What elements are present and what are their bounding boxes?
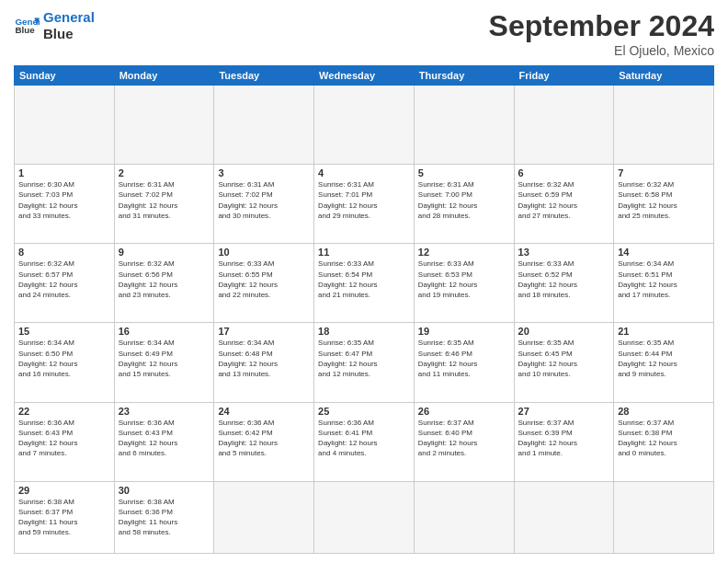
table-cell: 29Sunrise: 6:38 AMSunset: 6:37 PMDayligh… [15, 481, 115, 553]
day-detail: Sunrise: 6:35 AMSunset: 6:45 PMDaylight:… [518, 338, 610, 379]
month-title: September 2024 [489, 9, 714, 43]
day-number: 5 [418, 167, 510, 178]
col-sunday: Sunday [15, 66, 115, 86]
sunrise-line: Sunrise: 6:37 AM [618, 418, 710, 428]
sunset-line: Sunset: 6:36 PM [119, 507, 210, 517]
logo: General Blue General Blue [14, 9, 95, 42]
table-cell: 17Sunrise: 6:34 AMSunset: 6:48 PMDayligh… [214, 323, 314, 402]
table-cell [214, 86, 314, 165]
day-number: 7 [618, 167, 710, 178]
day-detail: Sunrise: 6:34 AMSunset: 6:50 PMDaylight:… [18, 338, 110, 379]
sunrise-line: Sunrise: 6:38 AM [119, 497, 210, 507]
sunset-line: Sunset: 6:48 PM [218, 349, 310, 359]
sunrise-line: Sunrise: 6:35 AM [618, 338, 710, 348]
daylight-line2: and 0 minutes. [618, 448, 710, 458]
daylight-line2: and 19 minutes. [418, 290, 510, 300]
daylight-line1: Daylight: 12 hours [518, 438, 610, 448]
sunset-line: Sunset: 7:02 PM [218, 190, 310, 200]
sunset-line: Sunset: 7:03 PM [18, 190, 110, 200]
daylight-line1: Daylight: 12 hours [18, 438, 110, 448]
table-cell: 13Sunrise: 6:33 AMSunset: 6:52 PMDayligh… [514, 244, 614, 323]
table-cell: 5Sunrise: 6:31 AMSunset: 7:00 PMDaylight… [414, 165, 514, 244]
daylight-line1: Daylight: 12 hours [119, 201, 210, 211]
daylight-line1: Daylight: 12 hours [119, 359, 210, 369]
sunrise-line: Sunrise: 6:30 AM [18, 179, 110, 190]
daylight-line2: and 25 minutes. [618, 211, 710, 221]
sunrise-line: Sunrise: 6:36 AM [119, 418, 210, 428]
daylight-line1: Daylight: 12 hours [318, 201, 410, 211]
sunrise-line: Sunrise: 6:35 AM [518, 338, 610, 348]
day-number: 18 [318, 326, 410, 337]
sunrise-line: Sunrise: 6:36 AM [218, 418, 310, 428]
sunrise-line: Sunrise: 6:37 AM [418, 418, 510, 428]
daylight-line2: and 12 minutes. [318, 369, 410, 379]
day-detail: Sunrise: 6:38 AMSunset: 6:37 PMDaylight:… [18, 497, 110, 538]
table-cell: 20Sunrise: 6:35 AMSunset: 6:45 PMDayligh… [514, 323, 614, 402]
day-detail: Sunrise: 6:36 AMSunset: 6:43 PMDaylight:… [18, 418, 110, 459]
day-number: 8 [18, 247, 110, 258]
page: General Blue General Blue September 2024… [0, 0, 728, 563]
logo-icon: General Blue [14, 13, 40, 39]
sunrise-line: Sunrise: 6:32 AM [119, 259, 210, 269]
day-detail: Sunrise: 6:30 AMSunset: 7:03 PMDaylight:… [18, 179, 110, 221]
day-detail: Sunrise: 6:32 AMSunset: 6:56 PMDaylight:… [119, 259, 210, 300]
sunset-line: Sunset: 6:38 PM [618, 428, 710, 438]
sunset-line: Sunset: 6:40 PM [418, 428, 510, 438]
col-thursday: Thursday [414, 66, 514, 86]
day-number: 28 [618, 406, 710, 417]
day-number: 21 [618, 326, 710, 337]
daylight-line2: and 7 minutes. [18, 448, 110, 458]
day-detail: Sunrise: 6:32 AMSunset: 6:58 PMDaylight:… [618, 179, 710, 221]
day-detail: Sunrise: 6:31 AMSunset: 7:02 PMDaylight:… [119, 179, 210, 221]
day-number: 9 [119, 247, 210, 258]
daylight-line2: and 11 minutes. [418, 369, 510, 379]
table-cell [414, 481, 514, 553]
daylight-line2: and 18 minutes. [518, 290, 610, 300]
day-number: 12 [418, 247, 510, 258]
day-detail: Sunrise: 6:36 AMSunset: 6:41 PMDaylight:… [318, 418, 410, 459]
daylight-line1: Daylight: 12 hours [18, 280, 110, 290]
col-saturday: Saturday [614, 66, 714, 86]
day-detail: Sunrise: 6:32 AMSunset: 6:57 PMDaylight:… [18, 259, 110, 300]
sunset-line: Sunset: 6:56 PM [119, 270, 210, 280]
day-number: 2 [119, 167, 210, 178]
sunrise-line: Sunrise: 6:32 AM [518, 179, 610, 190]
day-detail: Sunrise: 6:35 AMSunset: 6:46 PMDaylight:… [418, 338, 510, 379]
daylight-line1: Daylight: 12 hours [418, 201, 510, 211]
table-cell: 10Sunrise: 6:33 AMSunset: 6:55 PMDayligh… [214, 244, 314, 323]
day-number: 22 [18, 406, 110, 417]
svg-text:Blue: Blue [15, 25, 35, 35]
daylight-line2: and 2 minutes. [418, 448, 510, 458]
logo-blue: Blue [43, 26, 95, 42]
sunrise-line: Sunrise: 6:32 AM [18, 259, 110, 269]
daylight-line2: and 29 minutes. [318, 211, 410, 221]
table-cell [314, 86, 415, 165]
sunset-line: Sunset: 6:58 PM [618, 190, 710, 200]
daylight-line2: and 30 minutes. [218, 211, 310, 221]
daylight-line2: and 23 minutes. [119, 290, 210, 300]
sunset-line: Sunset: 6:53 PM [418, 270, 510, 280]
daylight-line1: Daylight: 12 hours [218, 280, 310, 290]
logo-text: General Blue [43, 9, 95, 42]
sunrise-line: Sunrise: 6:33 AM [418, 259, 510, 269]
day-detail: Sunrise: 6:31 AMSunset: 7:00 PMDaylight:… [418, 179, 510, 221]
weekday-header-row: Sunday Monday Tuesday Wednesday Thursday… [15, 66, 714, 86]
daylight-line1: Daylight: 12 hours [318, 280, 410, 290]
header: General Blue General Blue September 2024… [14, 9, 714, 58]
daylight-line2: and 1 minute. [518, 448, 610, 458]
sunset-line: Sunset: 6:57 PM [18, 270, 110, 280]
day-detail: Sunrise: 6:36 AMSunset: 6:42 PMDaylight:… [218, 418, 310, 459]
daylight-line1: Daylight: 12 hours [518, 359, 610, 369]
table-cell: 8Sunrise: 6:32 AMSunset: 6:57 PMDaylight… [15, 244, 115, 323]
daylight-line2: and 59 minutes. [18, 527, 110, 537]
sunset-line: Sunset: 6:41 PM [318, 428, 410, 438]
day-number: 27 [518, 406, 610, 417]
daylight-line1: Daylight: 12 hours [618, 359, 710, 369]
table-cell: 9Sunrise: 6:32 AMSunset: 6:56 PMDaylight… [114, 244, 214, 323]
calendar-week-row: 8Sunrise: 6:32 AMSunset: 6:57 PMDaylight… [15, 244, 714, 323]
table-cell [214, 481, 314, 553]
day-detail: Sunrise: 6:35 AMSunset: 6:44 PMDaylight:… [618, 338, 710, 379]
logo-general: General [43, 9, 95, 26]
sunrise-line: Sunrise: 6:33 AM [218, 259, 310, 269]
table-cell: 6Sunrise: 6:32 AMSunset: 6:59 PMDaylight… [514, 165, 614, 244]
